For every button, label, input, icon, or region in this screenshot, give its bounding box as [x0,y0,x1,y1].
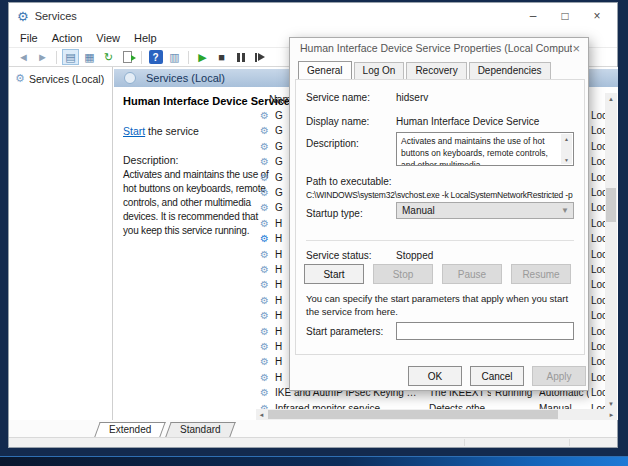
startup-type-label: Startup type: [306,208,363,219]
status-bar [9,437,617,447]
show-console-tree-icon[interactable]: ▤ [62,49,79,65]
scroll-right-icon[interactable]: ► [606,409,617,420]
service-gear-icon: ⚙ [260,233,269,244]
scroll-up-icon[interactable]: ▲ [605,93,617,104]
service-properties-dialog: Human Interface Device Service Propertie… [289,37,589,391]
service-status-value: Stopped [396,250,433,261]
back-icon[interactable]: ◄ [15,49,32,65]
scroll-down-icon[interactable]: ▼ [561,155,572,164]
maximize-button[interactable]: □ [549,4,581,28]
service-gear-icon: ⚙ [260,372,269,383]
restart-service-icon[interactable] [251,49,268,65]
dialog-title-bar: Human Interface Device Service Propertie… [290,38,588,58]
minimize-button[interactable]: – [517,4,549,28]
startup-type-value: Manual [402,205,435,216]
banner-gear-icon [124,72,136,84]
service-name-value: hidserv [396,92,428,103]
view-tab-extended[interactable]: Extended [94,422,166,437]
tree-item-services-local[interactable]: ⚙ Services (Local) [9,67,112,85]
export-list-icon[interactable] [119,49,136,65]
service-name-label: Service name: [306,92,370,103]
start-button[interactable]: Start [304,264,364,284]
window-title: Services [35,10,77,22]
divider [306,240,574,241]
start-parameters-input[interactable] [396,322,574,340]
service-gear-icon: ⚙ [260,295,269,306]
console-tree-pane: ⚙ Services (Local) [9,67,113,420]
forward-icon[interactable]: ► [34,49,51,65]
service-gear-icon: ⚙ [260,356,269,367]
startup-type-select[interactable]: Manual ▼ [396,202,574,219]
description-scrollbar[interactable]: ▲ ▼ [561,134,572,164]
refresh-icon[interactable]: ↻ [100,49,117,65]
menu-view[interactable]: View [89,32,127,44]
display-name-value: Human Interface Device Service [396,116,539,127]
start-service-icon[interactable]: ▶ [194,49,211,65]
pause-service-icon[interactable] [232,49,249,65]
dialog-tab-general[interactable]: General [298,61,352,79]
vertical-scroll-thumb[interactable] [606,188,616,222]
service-gear-icon: ⚙ [260,172,269,183]
service-gear-icon: ⚙ [260,310,269,321]
apply-button: Apply [532,366,586,386]
view-tab-strip: ExtendedStandard [9,420,617,437]
cancel-button[interactable]: Cancel [470,366,524,386]
status-separator [569,439,570,446]
start-parameters-hint: You can specify the start parameters tha… [306,292,578,318]
dialog-tab-dependencies[interactable]: Dependencies [469,62,551,79]
service-gear-icon: ⚙ [260,125,269,136]
stop-button: Stop [373,264,433,284]
scroll-up-icon[interactable]: ▲ [561,134,572,143]
dialog-title: Human Interface Device Service Propertie… [300,42,572,54]
horizontal-scrollbar[interactable]: ◄ ► [256,409,617,420]
resume-button: Resume [511,264,571,284]
services-gear-icon: ⚙ [15,72,25,85]
dialog-close-icon[interactable]: × [572,41,580,56]
service-gear-icon: ⚙ [260,156,269,167]
taskbar-edge [0,456,628,466]
banner-title: Services (Local) [146,72,225,84]
dialog-tab-log-on[interactable]: Log On [354,62,405,79]
show-action-pane-icon[interactable]: ▥ [166,49,183,65]
dialog-tab-recovery[interactable]: Recovery [406,62,466,79]
display-name-label: Display name: [306,116,369,127]
services-window: ⚙ Services –□× FileActionViewHelp ◄►▤▦↻?… [8,2,618,448]
title-bar: ⚙ Services –□× [9,3,617,29]
view-tab-standard[interactable]: Standard [166,422,236,437]
description-value: Activates and maintains the use of hot b… [401,136,548,166]
horizontal-scroll-thumb[interactable] [268,410,558,419]
service-gear-icon: ⚙ [260,218,269,229]
selected-service-title: Human Interface Device Service [123,95,290,107]
properties-icon[interactable]: ▦ [81,49,98,65]
service-gear-icon: ⚙ [260,387,269,398]
service-gear-icon: ⚙ [260,110,269,121]
service-gear-icon: ⚙ [260,326,269,337]
chevron-down-icon: ▼ [561,206,569,215]
path-to-executable-label: Path to executable: [306,176,392,187]
service-gear-icon: ⚙ [260,279,269,290]
service-gear-icon: ⚙ [260,249,269,260]
vertical-scrollbar[interactable]: ▲ ▼ [605,93,617,409]
status-separator [464,439,465,446]
description-field[interactable]: Activates and maintains the use of hot b… [396,132,574,166]
pause-button: Pause [442,264,502,284]
service-status-label: Service status: [306,250,372,261]
menu-help[interactable]: Help [127,32,164,44]
toolbar-separator [56,51,57,64]
service-gear-icon: ⚙ [260,341,269,352]
service-gear-icon: ⚙ [260,264,269,275]
scroll-left-icon[interactable]: ◄ [256,409,267,420]
menu-action[interactable]: Action [45,32,90,44]
scroll-down-icon[interactable]: ▼ [605,398,617,409]
menu-file[interactable]: File [13,32,45,44]
service-gear-icon: ⚙ [260,202,269,213]
service-gear-icon: ⚙ [260,141,269,152]
tree-item-label: Services (Local) [29,73,104,85]
description-label: Description: [306,138,359,149]
close-button[interactable]: × [581,4,613,28]
ok-button[interactable]: OK [408,366,462,386]
start-parameters-label: Start parameters: [306,326,383,337]
service-gear-icon: ⚙ [260,187,269,198]
stop-service-icon[interactable]: ■ [213,49,230,65]
help-icon[interactable]: ? [147,49,164,65]
